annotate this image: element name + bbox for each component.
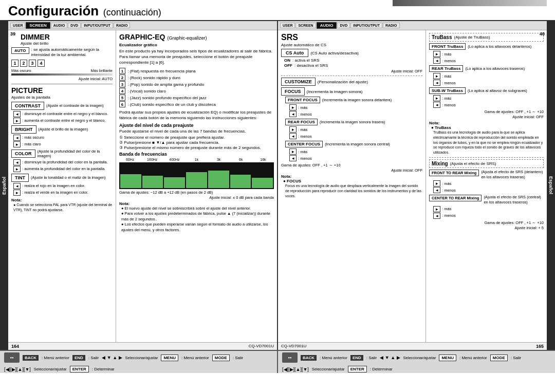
rear-trubass-row: REAR TruBass (Lo aplica a los altavoces … bbox=[429, 65, 544, 72]
rt-less-btn[interactable]: ◂ bbox=[433, 80, 440, 86]
customize-button[interactable]: CUSTOMIZE bbox=[281, 78, 316, 86]
preset-3[interactable]: 3 bbox=[29, 60, 36, 67]
menu-btn-right[interactable]: MENU bbox=[439, 354, 456, 361]
color-less-row: ◂ : disminuye la profundidad del color e… bbox=[13, 159, 113, 165]
rear-focus-button[interactable]: REAR FOCUS bbox=[285, 119, 318, 125]
eq-nota3: ● Los efectos que pueden esperarse varía… bbox=[121, 222, 274, 233]
end-btn-right[interactable]: END bbox=[350, 355, 363, 361]
end-btn-left[interactable]: END bbox=[72, 355, 85, 361]
frm-desc: (Ajusta el efecto de SRS (delantero) en … bbox=[481, 170, 544, 180]
enter-btn-left[interactable]: ENTER bbox=[70, 366, 89, 372]
subw-desc: (Lo aplica al altavoz de subgraves) bbox=[468, 88, 527, 93]
color-less-btn[interactable]: ◂ bbox=[13, 159, 21, 165]
srs-desc: Ajuste automático de CS bbox=[281, 43, 422, 47]
tint-more-btn[interactable]: ▸ bbox=[13, 190, 21, 196]
subw-less-btn[interactable]: ◂ bbox=[433, 102, 440, 108]
preset-2[interactable]: 2 bbox=[20, 60, 27, 67]
dimmer-title: DIMMER bbox=[21, 33, 113, 41]
subw-more-btn[interactable]: ▸ bbox=[433, 95, 440, 101]
bright-row: BRIGHT (Ajuste el brillo de la imagen) bbox=[11, 125, 113, 134]
center-focus-row: CENTER FOCUS (Incrementa la imagen sonor… bbox=[285, 141, 422, 147]
step2: ② Pulse/presione ■ ▼/▲ para ajustar cada… bbox=[119, 140, 274, 145]
crm-button[interactable]: CENTER TO REAR Mixing bbox=[429, 195, 482, 201]
col4-gama2: Gama de ajustes: OFF , +1 ～ +10 bbox=[429, 220, 544, 226]
color-button[interactable]: COLOR bbox=[11, 150, 35, 158]
rear-focus-row: REAR FOCUS (Incrementa la imagen sonora … bbox=[285, 119, 422, 125]
front-focus-more-btn[interactable]: ▸ bbox=[289, 104, 297, 110]
rear-focus-less-btn[interactable]: ◂ bbox=[289, 133, 297, 139]
contrast-less-row: ◂ : disminuye el contraste entre el negr… bbox=[13, 111, 113, 117]
back-btn-right[interactable]: BACK bbox=[301, 355, 317, 361]
mode-btn-right[interactable]: MODE bbox=[490, 354, 508, 361]
crm-less-btn[interactable]: ◂ bbox=[433, 213, 440, 219]
rear-focus-more-btn[interactable]: ▸ bbox=[289, 126, 297, 133]
frm-more-btn[interactable]: ▸ bbox=[433, 180, 440, 186]
tab-io-left[interactable]: INPUT/OUTPUT bbox=[81, 23, 113, 28]
enter-btn-right[interactable]: ENTER bbox=[348, 366, 367, 372]
preset-1[interactable]: 1 bbox=[11, 60, 18, 67]
bright-more-row: ▸ : más claro bbox=[13, 141, 113, 147]
eq-nota-label: Nota: bbox=[119, 201, 274, 206]
focus-row: FOCUS (Incrementa la imagen sonora) bbox=[281, 87, 422, 96]
tint-button[interactable]: TINT bbox=[11, 174, 29, 182]
front-focus-button[interactable]: FRONT FOCUS bbox=[285, 97, 320, 103]
cs-auto-row: CS Auto (CS Auto activa/desactiva) bbox=[281, 49, 422, 57]
tab-audio-left[interactable]: AUDIO bbox=[51, 23, 68, 28]
contrast-more-btn[interactable]: ▸ bbox=[13, 118, 21, 124]
bright-more-text: : más claro bbox=[22, 142, 41, 146]
bright-button[interactable]: BRIGHT bbox=[11, 125, 36, 134]
ft-less-btn[interactable]: ◂ bbox=[433, 58, 440, 64]
front-trubass-button[interactable]: FRONT TruBass bbox=[429, 43, 466, 50]
menu-btn-left[interactable]: MENU bbox=[161, 354, 178, 361]
contrast-less-text: : disminuye el contraste entre el negro … bbox=[22, 111, 108, 116]
focus-button[interactable]: FOCUS bbox=[281, 87, 305, 96]
back-btn-left[interactable]: BACK bbox=[23, 355, 39, 361]
tab-screen-left[interactable]: SCREEN bbox=[26, 22, 50, 29]
tab-radio-left[interactable]: RADIO bbox=[114, 23, 131, 28]
tab-user-left[interactable]: USER bbox=[10, 23, 25, 28]
subw-button[interactable]: SUB-W TruBass bbox=[429, 87, 466, 94]
eq-nota1: ● El nuevo ajuste del nivel se sobrescri… bbox=[121, 206, 274, 212]
tab-dvd-right[interactable]: DVD bbox=[337, 23, 350, 28]
contrast-button[interactable]: CONTRAST bbox=[11, 102, 44, 110]
cs-auto-button[interactable]: CS Auto bbox=[281, 49, 308, 57]
band-3k: 3k bbox=[208, 158, 230, 161]
footer-left: ●● BACK : Menú anterior END : Salir ◀ ▼ … bbox=[0, 351, 278, 373]
col1-nota-text: ● Cuando se selecciona PAL para VTR (aju… bbox=[13, 202, 113, 213]
front-focus-less-btn[interactable]: ◂ bbox=[289, 111, 297, 117]
picture-title: PICTURE bbox=[11, 86, 113, 95]
color-more-btn[interactable]: ▸ bbox=[13, 166, 21, 172]
bright-more-btn[interactable]: ▸ bbox=[13, 141, 21, 147]
mixing-header: Mixing (Ajusta el efecto de SRS) bbox=[429, 159, 544, 168]
left-tab-bar: USER SCREEN AUDIO DVD INPUT/OUTPUT RADIO bbox=[8, 21, 277, 30]
tab-dvd-left[interactable]: DVD bbox=[68, 23, 81, 28]
band-1k: 1k bbox=[186, 158, 207, 161]
eq-desc3: Podrá ajustar sus propios ajustes de ecu… bbox=[119, 109, 274, 121]
brackets-left: [◀][▶][▲][▼] bbox=[4, 367, 31, 372]
ft-more-btn[interactable]: ▸ bbox=[433, 51, 440, 57]
tint-more-text: : realza el verde en la imagen en color. bbox=[22, 190, 88, 195]
mode-btn-left[interactable]: MODE bbox=[212, 354, 230, 361]
auto-button[interactable]: AUTO bbox=[11, 47, 29, 54]
crm-more-btn[interactable]: ▸ bbox=[433, 206, 440, 212]
rear-trubass-button[interactable]: REAR TruBass bbox=[429, 65, 463, 72]
customize-desc: (Personalización del ajuste) bbox=[318, 80, 368, 84]
center-focus-less-btn[interactable]: ◂ bbox=[289, 155, 297, 161]
tint-less-btn[interactable]: ◂ bbox=[13, 183, 21, 189]
center-focus-more-btn[interactable]: ▸ bbox=[289, 148, 297, 155]
center-focus-button[interactable]: CENTER FOCUS bbox=[285, 141, 323, 147]
on-label: ON bbox=[284, 58, 290, 63]
tab-radio-right[interactable]: RADIO bbox=[383, 23, 400, 28]
frm-button[interactable]: FRONT TO REAR Mixing bbox=[429, 170, 479, 176]
contrast-less-btn[interactable]: ◂ bbox=[13, 111, 21, 117]
brackets-desc-left: Seleccionar/ajustar bbox=[34, 367, 67, 371]
tab-user-right[interactable]: USER bbox=[280, 23, 295, 28]
bar-400hz bbox=[164, 177, 185, 188]
tab-io-right[interactable]: INPUT/OUTPUT bbox=[350, 23, 382, 28]
tab-audio-right[interactable]: AUDIO bbox=[317, 22, 337, 29]
frm-less-btn[interactable]: ◂ bbox=[433, 187, 440, 193]
tab-screen-right[interactable]: SCREEN bbox=[295, 23, 316, 28]
bright-less-btn[interactable]: ◂ bbox=[13, 135, 21, 141]
rt-more-btn[interactable]: ▸ bbox=[433, 73, 440, 79]
preset-4[interactable]: 4 bbox=[38, 60, 45, 67]
